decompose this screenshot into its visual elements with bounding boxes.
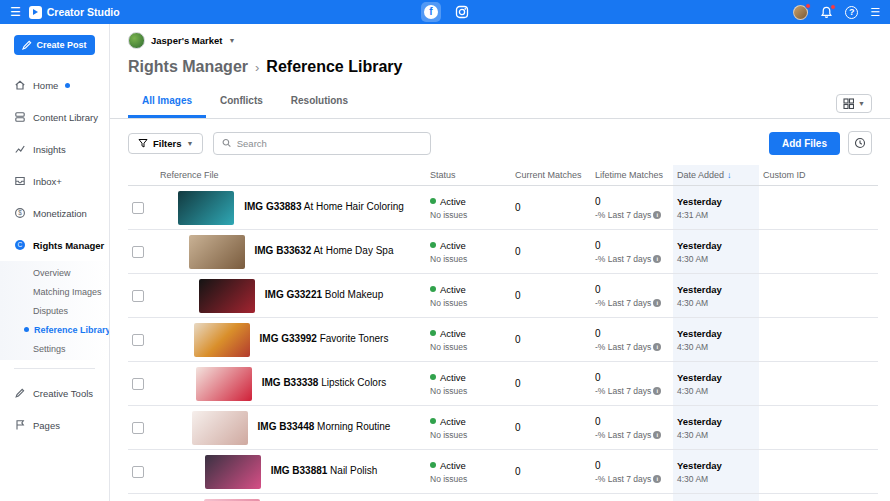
view-options-button[interactable]: ▼ — [836, 94, 872, 113]
inbox-icon — [14, 175, 26, 187]
col-custom-id[interactable]: Custom ID — [759, 165, 878, 185]
subnav-item-settings[interactable]: Settings — [0, 339, 109, 358]
breadcrumb-rights-manager[interactable]: Rights Manager — [128, 58, 248, 76]
history-button[interactable] — [848, 131, 872, 155]
monetization-icon: $ — [14, 207, 26, 219]
content-library-icon — [14, 111, 26, 123]
hamburger-menu-icon[interactable]: ☰ — [10, 5, 21, 19]
table-row[interactable]: IMG G33992 Favorite Toners Active No iss… — [128, 318, 878, 362]
status-sub-label: No issues — [430, 298, 507, 308]
col-reference-file[interactable]: Reference File — [156, 165, 426, 185]
tab-resolutions[interactable]: Resolutions — [277, 86, 362, 118]
date-added-day: Yesterday — [677, 416, 755, 427]
current-matches-value: 0 — [511, 274, 591, 317]
subnav-item-matching-images[interactable]: Matching Images — [0, 282, 109, 301]
account-menu-button[interactable]: ☰ — [870, 6, 880, 19]
profile-button[interactable] — [793, 5, 808, 20]
col-date-added[interactable]: Date Added ↓ — [673, 165, 759, 185]
tab-all-images[interactable]: All Images — [128, 86, 206, 118]
row-checkbox[interactable] — [132, 290, 144, 302]
date-added-cell: Yesterday 4:30 AM — [673, 450, 759, 493]
subnav-item-disputes[interactable]: Disputes — [0, 301, 109, 320]
page-title: Reference Library — [266, 58, 402, 76]
table-row[interactable]: IMG G33853 Pink Blush Active No issues 0… — [128, 494, 878, 501]
active-status-dot — [430, 286, 436, 292]
info-icon[interactable]: i — [653, 299, 661, 307]
home-new-dot — [65, 83, 70, 88]
table-row[interactable]: IMG G33221 Bold Makeup Active No issues … — [128, 274, 878, 318]
row-checkbox[interactable] — [132, 422, 144, 434]
menu-icon: ☰ — [870, 6, 880, 19]
breadcrumb-separator: › — [255, 60, 259, 75]
date-added-time: 4:30 AM — [677, 430, 755, 440]
row-checkbox[interactable] — [132, 334, 144, 346]
compose-icon — [22, 40, 32, 50]
sidebar-item-insights[interactable]: Insights — [0, 133, 109, 165]
row-checkbox[interactable] — [132, 378, 144, 390]
sidebar-item-creative-tools[interactable]: Creative Tools — [0, 377, 109, 409]
subnav-item-reference-library[interactable]: Reference Library — [0, 320, 109, 339]
notifications-button[interactable] — [820, 6, 833, 19]
table-row[interactable]: IMG B33881 Nail Polish Active No issues … — [128, 450, 878, 494]
tab-conflicts[interactable]: Conflicts — [206, 86, 277, 118]
table-row[interactable]: IMG B33632 At Home Day Spa Active No iss… — [128, 230, 878, 274]
current-matches-value: 0 — [511, 362, 591, 405]
row-checkbox[interactable] — [132, 246, 144, 258]
instagram-tab[interactable] — [455, 5, 469, 19]
search-input[interactable] — [237, 138, 423, 149]
lifetime-matches-value: 0 — [595, 196, 669, 207]
date-added-cell: Yesterday 4:30 AM — [673, 406, 759, 449]
page-header: Jasper's Market ▼ Rights Manager › Refer… — [110, 24, 890, 76]
col-lifetime-matches[interactable]: Lifetime Matches — [591, 165, 673, 185]
lifetime-matches-value: 0 — [595, 372, 669, 383]
table-row[interactable]: IMG B33448 Morning Routine Active No iss… — [128, 406, 878, 450]
page-owner-selector[interactable]: Jasper's Market ▼ — [128, 32, 872, 49]
row-checkbox[interactable] — [132, 202, 144, 214]
main-content: Jasper's Market ▼ Rights Manager › Refer… — [110, 24, 890, 501]
reference-files-table: Reference File Status Current Matches Li… — [110, 165, 890, 501]
filters-button[interactable]: Filters ▼ — [128, 133, 203, 154]
col-status[interactable]: Status — [426, 165, 511, 185]
row-checkbox[interactable] — [132, 466, 144, 478]
sidebar-item-monetization[interactable]: $ Monetization — [0, 197, 109, 229]
add-files-button[interactable]: Add Files — [769, 132, 840, 155]
sidebar-item-inbox[interactable]: Inbox+ — [0, 165, 109, 197]
info-icon[interactable]: i — [653, 343, 661, 351]
create-post-button[interactable]: Create Post — [14, 35, 95, 55]
active-status-dot — [430, 198, 436, 204]
sidebar-item-pages[interactable]: Pages — [0, 409, 109, 441]
help-button[interactable]: ? — [845, 6, 858, 19]
info-icon[interactable]: i — [653, 255, 661, 263]
rights-manager-subnav: Overview Matching Images Disputes Refere… — [0, 261, 109, 360]
facebook-tab[interactable]: f — [421, 2, 441, 22]
active-status-dot — [430, 330, 436, 336]
reference-image-thumbnail — [178, 191, 234, 225]
date-added-time: 4:30 AM — [677, 342, 755, 352]
subnav-item-overview[interactable]: Overview — [0, 263, 109, 282]
reference-file-name: IMG B33448 Morning Routine — [258, 421, 391, 434]
pages-icon — [14, 419, 26, 431]
col-current-matches[interactable]: Current Matches — [511, 165, 591, 185]
table-row[interactable]: IMG G33883 At Home Hair Coloring Active … — [128, 186, 878, 230]
reference-file-name: IMG G33221 Bold Makeup — [265, 289, 383, 302]
custom-id-value — [759, 450, 878, 493]
search-icon — [222, 138, 231, 148]
lifetime-matches-cell: 0 -% Last 7 days i — [591, 230, 673, 273]
sidebar-item-content-library[interactable]: Content Library — [0, 101, 109, 133]
toolbar: Filters ▼ Add Files — [110, 119, 890, 165]
info-icon[interactable]: i — [653, 431, 661, 439]
help-icon: ? — [845, 6, 858, 19]
lifetime-matches-value: 0 — [595, 460, 669, 471]
info-icon[interactable]: i — [653, 387, 661, 395]
sidebar-item-home[interactable]: Home — [0, 69, 109, 101]
date-added-time: 4:30 AM — [677, 298, 755, 308]
date-added-time: 4:31 AM — [677, 210, 755, 220]
sidebar-item-rights-manager[interactable]: C Rights Manager — [0, 229, 109, 261]
page-owner-name: Jasper's Market — [151, 35, 222, 46]
instagram-icon — [455, 5, 469, 19]
info-icon[interactable]: i — [653, 475, 661, 483]
info-icon[interactable]: i — [653, 211, 661, 219]
table-row[interactable]: IMG B33338 Lipstick Colors Active No iss… — [128, 362, 878, 406]
active-subnav-dot — [24, 327, 29, 332]
status-sub-label: No issues — [430, 386, 507, 396]
